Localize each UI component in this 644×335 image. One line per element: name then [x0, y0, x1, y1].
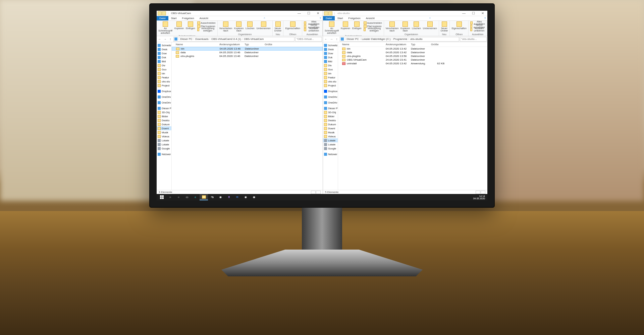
forward-button[interactable]: → [329, 37, 334, 42]
breadcrumb-item[interactable]: OBS-VirtualCam [244, 38, 264, 41]
chrome-icon[interactable]: ◉ [216, 194, 225, 200]
tab-datei[interactable]: Datei [323, 16, 335, 20]
taskbar[interactable]: ○ ○ ▭ e 🛍 ◉ ⧗ ✉ ◉ ◉ 14:14 04.05.2020 [157, 194, 487, 200]
vs-icon[interactable]: ⧗ [225, 194, 233, 200]
ribbon-button[interactable]: Umbenennen [422, 21, 438, 30]
nav-item[interactable]: Bild [323, 59, 338, 63]
tab-start[interactable]: Start [335, 16, 346, 20]
close-button[interactable]: ✕ [478, 11, 487, 16]
start-button[interactable] [158, 194, 166, 200]
ribbon-button[interactable]: Kopieren nach [400, 21, 411, 32]
tab-freigeben[interactable]: Freigeben [179, 16, 197, 20]
explorer-icon[interactable] [200, 194, 208, 200]
ribbon-button[interactable]: Ausschneiden [197, 21, 216, 24]
column-date[interactable]: Änderungsdatum [386, 43, 411, 46]
file-row[interactable]: bin04.05.2020 13:46Dateiordner [172, 47, 323, 51]
nav-item[interactable]: Lokale [323, 142, 338, 146]
view-details-button[interactable] [476, 191, 480, 194]
back-button[interactable]: ← [324, 37, 328, 42]
ribbon-button[interactable]: Verknüpfung einfügen [363, 28, 383, 31]
nav-item[interactable]: bin [157, 71, 171, 75]
file-row[interactable]: bin04.05.2020 13:42Dateiordner [338, 47, 487, 51]
app-icon[interactable]: ◉ [250, 194, 258, 200]
nav-item[interactable]: Google [323, 146, 338, 150]
breadcrumb-item[interactable]: obs-studio [410, 38, 423, 41]
nav-item[interactable]: Lokale [323, 138, 338, 142]
column-name[interactable]: Name [342, 43, 386, 46]
nav-item[interactable]: OneDriv [157, 100, 171, 105]
close-button[interactable]: ✕ [313, 11, 323, 16]
edge-icon[interactable]: e [191, 194, 200, 200]
nav-item[interactable]: Lokale [157, 138, 171, 142]
nav-item[interactable]: Div [157, 63, 171, 67]
up-button[interactable]: ↑ [334, 37, 339, 42]
nav-item[interactable]: Project [323, 83, 338, 87]
nav-item[interactable]: Downl [157, 126, 171, 130]
file-row[interactable]: obs-plugins04.05.2020 13:46Dateiordner [172, 54, 323, 58]
nav-item[interactable]: Netzwer [157, 152, 171, 156]
breadcrumb-item[interactable]: Dieser PC [346, 38, 359, 41]
view-thumbnails-button[interactable] [316, 191, 321, 194]
nav-item[interactable]: Google [157, 146, 171, 150]
nav-item[interactable]: Dieser P [157, 106, 171, 110]
column-type[interactable]: Typ [411, 43, 431, 46]
ribbon-button[interactable]: Eigenschaften [451, 21, 467, 30]
search-input[interactable] [460, 37, 487, 42]
nav-item[interactable]: Videos [157, 134, 171, 138]
titlebar[interactable]: | OBS-VirtualCam — ☐ ✕ [157, 11, 323, 16]
file-list[interactable]: Name Änderungsdatum Typ Größe bin04.05.2… [338, 42, 487, 190]
nav-item[interactable]: Schnellz [323, 43, 338, 47]
breadcrumb[interactable]: ›Dieser PC›Downloads›OBS-VirtualCam2.0.4… [173, 37, 294, 42]
ribbon-button[interactable]: NeuerOrdner [274, 21, 282, 32]
column-size[interactable]: Größe [265, 43, 278, 46]
breadcrumb-item[interactable]: Downloads [195, 38, 209, 41]
nav-item[interactable]: Dow [157, 51, 171, 55]
nav-item[interactable]: Downl [323, 126, 338, 130]
search-input[interactable] [295, 37, 322, 42]
nav-item[interactable]: Deskto [323, 118, 338, 122]
ribbon-button[interactable]: Umbenennen [256, 21, 271, 30]
nav-item[interactable]: OneDriv [157, 95, 171, 99]
breadcrumb-item[interactable]: Dieser PC [180, 38, 192, 41]
nav-item[interactable]: Dropbox [157, 89, 171, 93]
store-icon[interactable]: 🛍 [208, 194, 216, 200]
nav-item[interactable]: Dokum [323, 122, 338, 126]
up-button[interactable]: ↑ [168, 37, 173, 42]
ribbon-button[interactable]: Einfügen [352, 21, 362, 30]
ribbon-button[interactable]: Löschen [411, 21, 421, 30]
minimize-button[interactable]: — [294, 11, 304, 16]
breadcrumb[interactable]: ›Dieser PC›Lokaler Datenträger (C:)›Prog… [340, 37, 459, 42]
file-row[interactable]: data04.05.2020 13:46Dateiordner [172, 51, 323, 54]
search-icon[interactable]: ○ [166, 194, 174, 200]
tab-datei[interactable]: Datei [157, 16, 168, 20]
tab-ansicht[interactable]: Ansicht [363, 16, 377, 20]
nav-item[interactable]: Lokale [157, 142, 171, 146]
nav-item[interactable]: 3D-Obj [157, 110, 171, 114]
nav-item[interactable]: Goo [157, 67, 171, 71]
back-button[interactable]: ← [157, 37, 162, 42]
clock[interactable]: 14:14 04.05.2020 [473, 195, 486, 200]
nav-item[interactable]: Dropbox [323, 89, 338, 93]
view-thumbnails-button[interactable] [481, 191, 485, 194]
nav-item[interactable]: Netzwer [323, 152, 338, 156]
collapse-ribbon-icon[interactable]: ^ [428, 16, 432, 20]
ribbon-button[interactable]: Eigenschaften [284, 21, 301, 30]
minimize-button[interactable]: — [459, 11, 469, 16]
ribbon-button[interactable]: An Schnellzugriffanheften [324, 21, 339, 35]
nav-item[interactable]: Dok [323, 55, 338, 59]
file-list[interactable]: Name Änderungsdatum Typ Größe bin04.05.2… [172, 42, 323, 190]
nav-item[interactable]: Project [157, 83, 171, 87]
ribbon-button[interactable]: An Schnellzugriffanheften [158, 21, 173, 35]
navigation-pane[interactable]: SchnellzDeskDowDokBildDivGoobinFeaturobs… [323, 42, 338, 190]
nav-item[interactable]: Videos [323, 134, 338, 138]
file-row[interactable]: uninstall04.05.2020 13:42Anwendung62 KB [338, 62, 487, 65]
nav-item[interactable]: Div [323, 63, 338, 67]
nav-item[interactable]: Schnellz [157, 43, 171, 47]
nav-item[interactable]: bin [323, 71, 338, 75]
breadcrumb-item[interactable]: Lokaler Datenträger (C:) [362, 38, 390, 41]
file-row[interactable]: data04.05.2020 13:42Dateiordner [338, 51, 487, 54]
column-name[interactable]: Name [176, 43, 219, 46]
tab-freigeben[interactable]: Freigeben [346, 16, 363, 20]
nav-item[interactable]: Dow [323, 51, 338, 55]
cortana-icon[interactable]: ○ [174, 194, 183, 200]
